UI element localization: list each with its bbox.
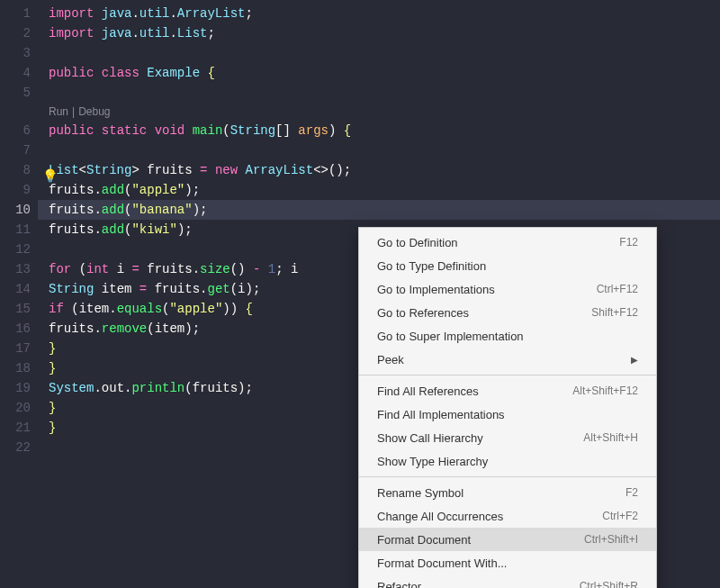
menu-item-shortcut: Shift+F12 [591, 306, 638, 319]
line-number: 8 [0, 160, 31, 180]
line-number: 3 [0, 43, 31, 63]
menu-item-format-document-with[interactable]: Format Document With... [359, 551, 656, 574]
line-number: 2 [0, 23, 31, 43]
menu-item-find-all-references[interactable]: Find All ReferencesAlt+Shift+F12 [359, 379, 656, 403]
menu-item-label: Format Document With... [377, 556, 507, 570]
line-number: 10 [0, 200, 31, 220]
menu-item-go-to-type-definition[interactable]: Go to Type Definition [359, 254, 656, 277]
menu-item-label: Show Call Hierarchy [377, 431, 483, 445]
line-number: 13 [0, 259, 31, 279]
codelens: Run|Debug [49, 103, 720, 121]
menu-item-label: Find All Implementations [377, 408, 505, 421]
menu-item-find-all-implementations[interactable]: Find All Implementations [359, 403, 656, 426]
menu-item-label: Change All Occurrences [377, 510, 503, 523]
menu-item-label: Peek [377, 353, 404, 366]
menu-item-shortcut: Ctrl+Shift+I [584, 533, 638, 546]
line-number: 20 [0, 398, 31, 418]
menu-item-shortcut: Ctrl+Shift+R [580, 580, 638, 588]
menu-item-go-to-definition[interactable]: Go to DefinitionF12 [359, 231, 656, 254]
menu-separator [359, 375, 656, 375]
menu-item-label: Refactor... [377, 580, 430, 589]
codelens-debug[interactable]: Debug [78, 102, 110, 122]
menu-item-label: Rename Symbol [377, 486, 464, 500]
menu-separator [359, 476, 656, 477]
menu-item-shortcut: Alt+Shift+H [583, 431, 638, 444]
line-number: 15 [0, 299, 31, 319]
line-number: 22 [0, 438, 31, 457]
menu-item-label: Go to Definition [377, 236, 458, 249]
line-number: 1 [0, 4, 31, 23]
menu-item-show-type-hierarchy[interactable]: Show Type Hierarchy [359, 449, 656, 473]
menu-item-go-to-implementations[interactable]: Go to ImplementationsCtrl+F12 [359, 277, 656, 301]
line-gutter: 1 2 3 4 5 6 7 8 9 10 11 12 13 14 15 16 1… [0, 0, 38, 457]
menu-item-refactor[interactable]: Refactor...Ctrl+Shift+R [359, 574, 656, 588]
lightbulb-icon[interactable]: 💡 [42, 168, 58, 184]
menu-item-shortcut: F2 [626, 486, 638, 499]
menu-item-shortcut: Ctrl+F12 [597, 283, 638, 295]
menu-item-label: Go to References [377, 306, 469, 320]
menu-item-format-document[interactable]: Format DocumentCtrl+Shift+I [359, 528, 656, 551]
line-number: 19 [0, 378, 31, 398]
menu-item-go-to-super-implementation[interactable]: Go to Super Implementation [359, 324, 656, 348]
menu-item-change-all-occurrences[interactable]: Change All OccurrencesCtrl+F2 [359, 504, 656, 528]
line-number: 7 [0, 140, 31, 160]
line-number: 6 [0, 121, 31, 140]
line-number: 4 [0, 63, 31, 83]
codelens-run[interactable]: Run [49, 102, 68, 122]
menu-item-label: Go to Super Implementation [377, 330, 524, 343]
menu-item-label: Go to Implementations [377, 283, 495, 296]
line-number: 9 [0, 180, 31, 200]
chevron-right-icon: ▶ [631, 355, 638, 365]
menu-item-shortcut: F12 [619, 236, 638, 249]
menu-item-peek[interactable]: Peek▶ [359, 348, 656, 371]
line-number: 17 [0, 339, 31, 358]
menu-item-label: Go to Type Definition [377, 259, 486, 273]
line-number: 5 [0, 83, 31, 103]
menu-item-label: Format Document [377, 533, 471, 547]
context-menu: Go to DefinitionF12Go to Type Definition… [358, 227, 657, 588]
menu-item-label: Show Type Hierarchy [377, 455, 488, 468]
menu-item-show-call-hierarchy[interactable]: Show Call HierarchyAlt+Shift+H [359, 426, 656, 449]
line-number: 18 [0, 358, 31, 378]
line-number: 21 [0, 418, 31, 438]
menu-item-shortcut: Alt+Shift+F12 [572, 384, 638, 397]
line-number: 12 [0, 240, 31, 259]
menu-item-shortcut: Ctrl+F2 [602, 510, 638, 522]
line-number: 14 [0, 279, 31, 299]
menu-item-rename-symbol[interactable]: Rename SymbolF2 [359, 481, 656, 504]
line-number: 11 [0, 220, 31, 240]
menu-item-label: Find All References [377, 384, 479, 398]
menu-item-go-to-references[interactable]: Go to ReferencesShift+F12 [359, 301, 656, 324]
line-number: 16 [0, 319, 31, 339]
